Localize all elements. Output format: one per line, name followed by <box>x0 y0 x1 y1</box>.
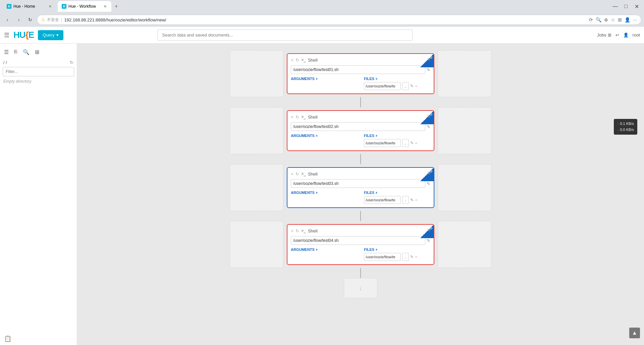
collections-icon[interactable]: ⊞ <box>618 17 622 22</box>
forward-button[interactable]: › <box>14 15 23 24</box>
sidebar-refresh-icon[interactable]: ↻ <box>70 60 73 65</box>
node-add-2[interactable]: + <box>291 114 293 120</box>
node-browse-btn-1[interactable]: .. <box>402 82 409 90</box>
files-plus-3[interactable]: + <box>375 191 377 195</box>
node-file-edit-1[interactable]: ✎ <box>410 84 414 88</box>
args-plus-4[interactable]: + <box>316 248 318 252</box>
history-icon[interactable]: ↩ <box>615 32 619 38</box>
scroll-to-top-button[interactable]: ▲ <box>629 328 640 338</box>
node-close-4[interactable]: ✕ <box>427 227 431 233</box>
node-close-3[interactable]: ✕ <box>427 170 431 176</box>
query-button[interactable]: Query ▾ <box>38 30 63 40</box>
sidebar-bottom-icon[interactable]: 📋 <box>3 334 13 343</box>
search-icon[interactable]: 🔍 <box>596 17 601 22</box>
profile-icon[interactable]: 👤 <box>625 17 630 22</box>
node-browse-btn-2[interactable]: .. <box>402 139 409 147</box>
node-browse-btn-4[interactable]: .. <box>402 253 409 261</box>
node-close-1[interactable]: ✕ <box>427 57 431 62</box>
copy-icon[interactable]: ⎘ <box>13 48 19 57</box>
translate-icon[interactable]: ⟳ <box>589 17 593 22</box>
maximize-button[interactable]: □ <box>621 2 631 11</box>
app-header: ☰ HU{E Query ▾ Jobs ⊞ ↩ 👤 root <box>0 27 644 44</box>
node-add-1[interactable]: + <box>291 57 293 63</box>
node-bottom-3: ARGUMENTS + FILES + .. ✎ − <box>291 191 430 204</box>
node-script-edit-2[interactable]: ✎ <box>427 124 430 129</box>
node-file-remove-1[interactable]: − <box>415 84 417 88</box>
args-plus-3[interactable]: + <box>316 191 318 195</box>
files-plus-1[interactable]: + <box>375 77 377 81</box>
node-script-input-2[interactable] <box>291 122 425 131</box>
user-icon[interactable]: 👤 <box>623 32 629 38</box>
header-right: Jobs ⊞ ↩ 👤 root <box>597 32 640 38</box>
files-label-3: FILES + <box>364 191 430 195</box>
node-script-edit-4[interactable]: ✎ <box>427 238 430 243</box>
sidebar-path: / / ↻ <box>3 58 74 67</box>
node-file-remove-3[interactable]: − <box>415 198 417 202</box>
node-args-1: ARGUMENTS + <box>291 77 357 82</box>
node-refresh-2[interactable]: ↻ <box>296 115 299 120</box>
tab-home-close[interactable]: ✕ <box>48 4 52 9</box>
jobs-button[interactable]: Jobs ⊞ <box>597 32 611 38</box>
node-file-remove-4[interactable]: − <box>415 255 417 259</box>
more-icon[interactable]: ··· <box>633 17 637 22</box>
node-refresh-3[interactable]: ↻ <box>296 171 299 177</box>
node-file-input-4[interactable] <box>364 253 401 261</box>
node-arrow-icon: ↓ <box>359 285 362 292</box>
reload-button[interactable]: ↻ <box>25 15 35 24</box>
close-button[interactable]: ✕ <box>632 2 641 11</box>
node-bottom-2: ARGUMENTS + FILES + .. ✎ − <box>291 134 430 147</box>
node-script-input-3[interactable] <box>291 179 425 188</box>
connector-4-5 <box>360 268 361 278</box>
list-icon[interactable]: ☰ <box>3 48 10 57</box>
node-close-2[interactable]: ✕ <box>427 114 431 119</box>
node-refresh-1[interactable]: ↻ <box>296 58 299 63</box>
search-input[interactable] <box>158 29 413 41</box>
back-button[interactable]: ‹ <box>3 15 12 24</box>
node-refresh-4[interactable]: ↻ <box>296 228 299 233</box>
connector-1-2 <box>360 97 361 107</box>
node-file-input-2[interactable] <box>364 139 401 147</box>
address-text: 192.168.88.221:8888/hue/oozie/editor/wor… <box>64 17 587 22</box>
node-script-edit-1[interactable]: ✎ <box>427 67 430 72</box>
args-plus-1[interactable]: + <box>316 77 318 81</box>
node-side-left-1 <box>230 50 283 97</box>
node-file-remove-2[interactable]: − <box>415 141 417 145</box>
shell-node-1: ⚙ + ↻ >_ Shell ✕ ✎ ARGUM <box>287 53 434 94</box>
node-side-right-1 <box>438 50 491 97</box>
node-file-edit-2[interactable]: ✎ <box>410 141 414 145</box>
address-warning-text: 不安全 <box>47 17 59 23</box>
args-plus-2[interactable]: + <box>316 134 318 138</box>
tab-workflow[interactable]: H Hue - Workflow ✕ <box>58 1 111 12</box>
node-file-input-1[interactable] <box>364 82 401 90</box>
node-script-input-4[interactable] <box>291 236 425 245</box>
files-label-1: FILES + <box>364 77 430 81</box>
node-script-row-4: ✎ <box>291 236 430 245</box>
minimize-button[interactable]: — <box>610 2 620 11</box>
node-file-edit-3[interactable]: ✎ <box>410 198 414 202</box>
node-browse-btn-3[interactable]: .. <box>402 196 409 204</box>
search-icon[interactable]: 🔍 <box>21 48 31 57</box>
node-script-input-1[interactable] <box>291 65 425 74</box>
node-file-input-3[interactable] <box>364 196 401 204</box>
sidebar-filter-input[interactable] <box>3 67 74 76</box>
node-add-3[interactable]: + <box>291 171 293 177</box>
node-file-edit-4[interactable]: ✎ <box>410 255 414 259</box>
node-label-1: Shell <box>308 58 318 63</box>
address-bar[interactable]: ⚠ 不安全 | 192.168.88.221:8888/hue/oozie/ed… <box>37 15 641 25</box>
query-dropdown-icon: ▾ <box>56 32 59 38</box>
files-plus-2[interactable]: + <box>375 134 377 138</box>
shell-node-header-3: + ↻ >_ Shell <box>291 171 430 177</box>
tab-workflow-close[interactable]: ✕ <box>103 4 107 9</box>
extensions-icon[interactable]: ⊕ <box>604 17 608 22</box>
star-icon[interactable]: ☆ <box>611 17 615 22</box>
node-script-edit-3[interactable]: ✎ <box>427 181 430 186</box>
node-side-right-4 <box>438 221 491 268</box>
tab-home[interactable]: H Hue - Home ✕ <box>3 1 56 12</box>
sidebar-icons: ☰ ⎘ 🔍 ⊞ <box>3 46 74 58</box>
files-plus-4[interactable]: + <box>375 248 377 252</box>
tab-workflow-favicon: H <box>62 4 66 9</box>
grid-icon[interactable]: ⊞ <box>34 48 41 57</box>
new-tab-button[interactable]: + <box>113 3 120 9</box>
node-add-4[interactable]: + <box>291 228 293 233</box>
hamburger-menu[interactable]: ☰ <box>4 31 9 39</box>
